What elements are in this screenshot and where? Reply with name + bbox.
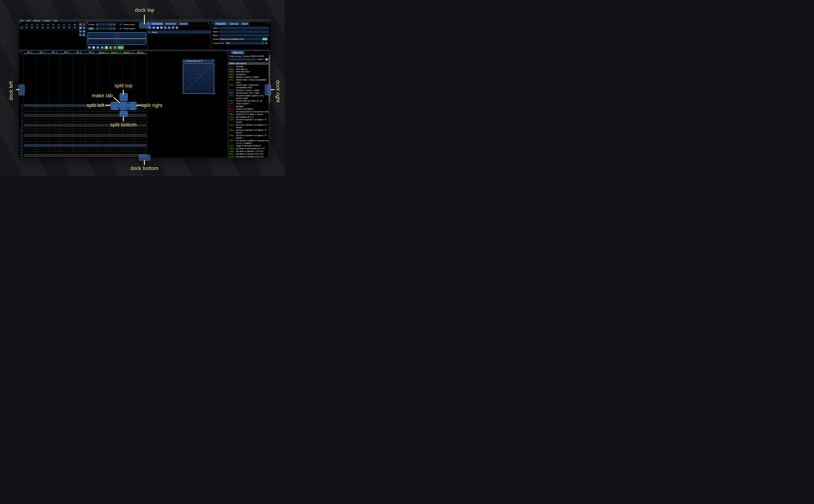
effect-list-row[interactable]: 0FxxSet speed (speed 2 if no grooves exi…: [228, 111, 269, 113]
channel-header-noise[interactable]: Noise: [134, 51, 146, 53]
tab-speed[interactable]: Speed: [240, 22, 249, 25]
order-deep-clone-button[interactable]: [82, 30, 85, 33]
effect-list-row[interactable]: 11xxSet feedback (0 to 7): [228, 116, 269, 118]
tab-effect-list[interactable]: Effect List: [231, 51, 244, 54]
channel-header-square-2[interactable]: Square 2: [110, 51, 122, 53]
channel-header-square-3[interactable]: Square 3: [122, 51, 134, 53]
play-song-button[interactable]: [92, 46, 95, 49]
menu-item-window[interactable]: window: [42, 20, 52, 22]
play-button[interactable]: [88, 46, 91, 49]
effect-list-row[interactable]: 0AxyVolume slide (0y: down; x0: up): [228, 100, 269, 102]
channel-header-square-1[interactable]: Square 1: [97, 51, 110, 53]
menu-item-settings[interactable]: settings: [32, 20, 42, 22]
system-input[interactable]: Sega Genesis/Mega Drive: [219, 38, 263, 41]
channel-header-fm-3[interactable]: FM 3: [48, 51, 60, 53]
author-input[interactable]: [219, 30, 269, 33]
instrument-down-button[interactable]: [171, 26, 175, 29]
oscilloscope-window[interactable]: ▼ Oscilloscope (X-Y) ×: [182, 59, 215, 94]
effect-list-row[interactable]: 1BxxSet attack of operator 2 (0 to 1F): [228, 153, 269, 155]
effect-list-row[interactable]: 10xySetup LFO (x: enable; y: speed): [228, 113, 269, 116]
pattern-row[interactable]: [24, 117, 146, 119]
order-up-button[interactable]: [82, 26, 85, 29]
pattern-expand-button[interactable]: ++: [20, 51, 22, 54]
metronome-button[interactable]: [109, 46, 112, 49]
instrument-up-button[interactable]: [167, 26, 171, 29]
effect-list-row[interactable]: 06xyVolume slide + portamento (compatibi…: [228, 84, 269, 89]
effect-list-row[interactable]: 0BxxJump to pattern: [228, 102, 269, 105]
tab-samples[interactable]: Samples: [178, 22, 189, 25]
oscilloscope-titlebar[interactable]: ▼ Oscilloscope (X-Y) ×: [182, 59, 215, 63]
order-cell-S3[interactable]: 00: [67, 27, 72, 29]
order-down-button[interactable]: [79, 30, 82, 33]
orders-column-F5[interactable]: F5: [45, 23, 50, 26]
pattern-row[interactable]: [24, 134, 146, 137]
effect-list-row[interactable]: 17xxToggle PCM mode (LEGACY): [228, 145, 269, 147]
orders-column-S1[interactable]: S1: [56, 23, 61, 26]
pattern-row[interactable]: [24, 144, 146, 147]
tuning-plus-button[interactable]: +: [265, 42, 267, 45]
octave-input[interactable]: 3: [96, 23, 110, 26]
pattern-row[interactable]: [24, 147, 146, 149]
channel-header-fm-2[interactable]: FM 2: [36, 51, 48, 53]
instrument-save-button[interactable]: [160, 26, 163, 29]
effect-list-row[interactable]: 12xxSet level of operator 1 (0 highest, …: [228, 118, 269, 124]
effect-list-row[interactable]: 01xxPitch slide up: [228, 68, 269, 71]
record-button[interactable]: [104, 46, 108, 49]
menu-item-file[interactable]: file: [19, 20, 25, 22]
orders-column-N0[interactable]: N0: [72, 23, 77, 26]
order-cell-F2[interactable]: 00: [29, 27, 34, 29]
tab-song-info[interactable]: Song Info: [214, 22, 227, 25]
collapse-triangle-icon[interactable]: ▼: [229, 52, 231, 53]
repeat-button[interactable]: [113, 46, 117, 49]
pattern-row[interactable]: [24, 149, 146, 152]
order-add-button[interactable]: +: [79, 23, 82, 26]
effect-sort-button[interactable]: [265, 58, 268, 61]
effect-list-row[interactable]: 1CxxSet attack of operator 3 (0 to 1F): [228, 155, 269, 158]
order-cell-N0[interactable]: 00: [72, 27, 77, 29]
pattern-row[interactable]: [24, 152, 146, 154]
effect-list-row[interactable]: 0DxxJump to next pattern: [228, 108, 269, 110]
close-icon[interactable]: ×: [207, 22, 210, 25]
pattern-row[interactable]: [24, 132, 146, 134]
channel-header-fm-6[interactable]: FM 6: [85, 51, 97, 53]
collapse-triangle-icon[interactable]: ▼: [183, 60, 185, 62]
split-right-target[interactable]: [128, 102, 137, 110]
orders-column-F3[interactable]: F3: [34, 23, 40, 26]
effect-search-input[interactable]: [229, 58, 256, 61]
poly-toggle[interactable]: Poly: [117, 46, 124, 49]
effect-list-row[interactable]: 09xxSet groove pattern (speed 1 if no gr…: [228, 95, 269, 100]
effect-list-row[interactable]: 00xyArpeggio: [228, 65, 269, 68]
resize-grip[interactable]: [213, 92, 215, 94]
tab-instruments[interactable]: Instruments: [150, 22, 163, 25]
tab-wavetables[interactable]: Wavetables: [164, 22, 178, 25]
pattern-row[interactable]: [24, 114, 146, 117]
tuning-minus-button[interactable]: -: [261, 42, 264, 45]
play-to-cursor-button[interactable]: [96, 46, 100, 49]
step-row-button[interactable]: [100, 46, 104, 49]
order-duplicate-button[interactable]: [79, 26, 82, 29]
effect-list-row[interactable]: 07xyTremolo (x: speed; y: depth): [228, 89, 269, 92]
name-input[interactable]: [219, 27, 269, 29]
orders-row[interactable]: 0000000000000000000000: [20, 26, 79, 29]
split-left-target[interactable]: [111, 102, 119, 110]
instrument-duplicate-button[interactable]: [152, 26, 155, 29]
follow-orders-checkbox[interactable]: ✓: [119, 23, 122, 26]
channel-header-fm-5[interactable]: FM 5: [73, 51, 85, 53]
album-input[interactable]: [219, 34, 269, 37]
divider[interactable]: [19, 50, 270, 51]
close-icon[interactable]: ×: [212, 60, 214, 62]
menu-item-edit[interactable]: edit: [25, 20, 32, 22]
effect-list-row[interactable]: 04xyVibrato (x: speed; y: depth): [228, 76, 269, 78]
instrument-list-item[interactable]: ○ - None -: [147, 31, 211, 34]
order-cell-F4[interactable]: 00: [40, 27, 45, 29]
order-remove-button[interactable]: −: [82, 23, 85, 26]
pattern-row[interactable]: [24, 154, 146, 157]
order-cell-F3[interactable]: 00: [34, 27, 40, 29]
order-cell-F6[interactable]: 00: [50, 27, 56, 29]
pattern-row[interactable]: [24, 109, 146, 112]
close-icon[interactable]: ×: [267, 22, 270, 25]
order-cell-S2[interactable]: 00: [61, 27, 67, 29]
effect-list-row[interactable]: 16xySet operator multiplier (x: operator…: [228, 139, 269, 145]
order-cell-F1[interactable]: 00: [24, 27, 29, 29]
step-plus-button[interactable]: +: [113, 27, 116, 30]
